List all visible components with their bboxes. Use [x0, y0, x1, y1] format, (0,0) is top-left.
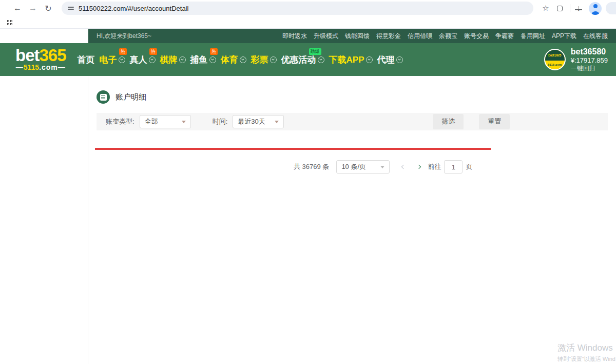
- chevron-down-icon: [179, 56, 186, 63]
- content: 账户明细 账变类型: 全部 时间: 最近30天 筛选 重置 共 36769 条 …: [88, 76, 616, 364]
- badge-logo-top: bet365: [545, 50, 565, 61]
- topbar: HI,欢迎来到bet365~ 即时返水升级模式钱能回馈得意彩金信用借呗余额宝账号…: [0, 29, 616, 43]
- browser-chrome: ← → ↻ 511500222.com/#/user/accountDetail…: [0, 0, 616, 29]
- url-text: 511500222.com/#/user/accountDetail: [79, 5, 188, 12]
- time-filter-select[interactable]: 最近30天: [233, 115, 284, 128]
- type-filter-value: 全部: [145, 117, 158, 126]
- goto-page-input[interactable]: [444, 160, 463, 174]
- type-filter-select[interactable]: 全部: [140, 115, 191, 128]
- main-nav: 首页电子热真人热棋牌捕鱼热体育彩票优惠活动劲爆下载APP代理: [78, 54, 403, 66]
- caret-down-icon: [275, 121, 279, 123]
- browser-forward-button[interactable]: →: [27, 4, 39, 13]
- welcome-text: HI,欢迎来到bet365~: [97, 32, 151, 41]
- chevron-down-icon: [240, 56, 246, 63]
- topbar-link[interactable]: 余额宝: [439, 32, 457, 41]
- hot-badge: 热: [210, 48, 218, 55]
- nav-item-首页[interactable]: 首页: [78, 54, 95, 66]
- topbar-spacer: [0, 29, 88, 43]
- chevron-down-icon: [149, 56, 156, 63]
- site-header: bet365 —5115.com— 首页电子热真人热棋牌捕鱼热体育彩票优惠活动劲…: [0, 43, 616, 76]
- next-page-button[interactable]: [413, 160, 425, 174]
- page-title: 账户明细: [116, 92, 146, 102]
- caret-down-icon: [380, 166, 384, 168]
- page-size-select[interactable]: 10 条/页: [336, 160, 390, 174]
- site-settings-icon[interactable]: [68, 5, 74, 11]
- hot-badge: 热: [119, 48, 127, 55]
- chevron-down-icon: [396, 56, 403, 63]
- chevron-down-icon: [270, 56, 277, 63]
- badge-logo-bottom: 5115.com: [545, 61, 565, 69]
- topbar-link[interactable]: 在线客服: [583, 32, 608, 41]
- site-logo[interactable]: bet365 —5115.com—: [15, 48, 66, 71]
- one-key-return-link[interactable]: 一键回归: [571, 65, 608, 72]
- toolbar-divider: [570, 4, 570, 12]
- topbar-link[interactable]: 账号交易: [464, 32, 489, 41]
- balance: ¥:17917.859: [571, 56, 608, 65]
- pagination: 共 36769 条 10 条/页 前往 页: [294, 160, 616, 174]
- topbar-links: 即时返水升级模式钱能回馈得意彩金信用借呗余额宝账号交易争霸赛备用网址APP下载在…: [282, 32, 608, 41]
- nav-item-彩票[interactable]: 彩票: [251, 54, 277, 66]
- goto-label: 前往: [428, 162, 441, 171]
- nav-item-棋牌[interactable]: 棋牌: [160, 54, 186, 66]
- reset-button[interactable]: 重置: [479, 114, 510, 129]
- prev-page-button[interactable]: [398, 160, 409, 174]
- chevron-down-icon: [119, 56, 125, 63]
- total-count: 共 36769 条: [294, 162, 329, 171]
- filter-bar: 账变类型: 全部 时间: 最近30天 筛选 重置: [97, 113, 608, 130]
- caret-down-icon: [182, 121, 186, 123]
- browser-back-button[interactable]: ←: [11, 4, 24, 13]
- hot-badge: 劲爆: [309, 48, 321, 55]
- page-body: 账户明细 账变类型: 全部 时间: 最近30天 筛选 重置 共 36769 条 …: [0, 76, 616, 364]
- nav-item-真人[interactable]: 真人热: [130, 54, 156, 66]
- chevron-down-icon: [318, 56, 324, 63]
- bookmark-star-icon[interactable]: ☆: [540, 4, 552, 13]
- topbar-link[interactable]: 升级模式: [314, 32, 338, 41]
- nav-item-体育[interactable]: 体育: [221, 54, 246, 66]
- nav-item-捕鱼[interactable]: 捕鱼热: [190, 54, 216, 66]
- site-badge-logo: bet365 5115.com: [544, 49, 566, 70]
- time-filter-label: 时间:: [213, 117, 228, 126]
- transactions-table: [97, 136, 489, 148]
- downloads-icon[interactable]: ↓: [572, 4, 585, 13]
- type-filter-label: 账变类型:: [106, 117, 134, 126]
- logo-domain: —5115.com—: [15, 63, 66, 71]
- nav-item-代理[interactable]: 代理: [377, 54, 403, 66]
- profile-avatar[interactable]: [589, 2, 602, 15]
- topbar-link[interactable]: 信用借呗: [408, 32, 432, 41]
- table-header: [97, 136, 489, 148]
- side-panel-pill[interactable]: [606, 2, 616, 14]
- goto-suffix: 页: [466, 162, 472, 171]
- topbar-link[interactable]: 钱能回馈: [345, 32, 370, 41]
- annotation-red-box: [95, 148, 491, 150]
- topbar-link[interactable]: 争霸赛: [495, 32, 514, 41]
- nav-item-电子[interactable]: 电子热: [100, 54, 125, 66]
- filter-button[interactable]: 筛选: [433, 114, 464, 129]
- logo-text: bet365: [15, 48, 66, 63]
- browser-reload-button[interactable]: ↻: [42, 4, 54, 13]
- hot-badge: 热: [149, 48, 157, 55]
- page-size-value: 10 条/页: [341, 162, 366, 171]
- sidebar: [0, 76, 88, 364]
- address-bar[interactable]: 511500222.com/#/user/accountDetail: [62, 2, 533, 15]
- chevron-down-icon: [366, 56, 373, 63]
- time-filter-value: 最近30天: [238, 117, 265, 126]
- nav-item-下载APP[interactable]: 下载APP: [329, 54, 373, 66]
- topbar-link[interactable]: 即时返水: [282, 32, 307, 41]
- nav-item-优惠活动[interactable]: 优惠活动劲爆: [281, 54, 324, 66]
- account-detail-icon: [97, 90, 110, 104]
- account-info: bet36580 ¥:17917.859 一键回归: [571, 47, 608, 72]
- extensions-icon[interactable]: [557, 6, 563, 11]
- topbar-link[interactable]: 备用网址: [521, 32, 545, 41]
- topbar-link[interactable]: 得意彩金: [376, 32, 401, 41]
- chevron-down-icon: [209, 56, 216, 63]
- username: bet36580: [571, 47, 608, 56]
- apps-grid-icon[interactable]: [7, 20, 12, 25]
- topbar-link[interactable]: APP下载: [552, 32, 576, 41]
- page-title-row: 账户明细: [97, 90, 616, 104]
